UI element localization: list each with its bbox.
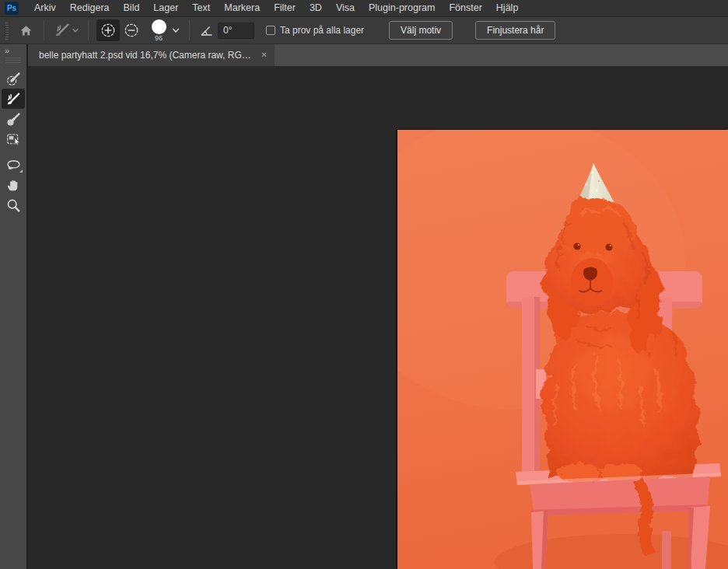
chevron-down-icon[interactable] <box>170 25 181 36</box>
tool-options-bar: 96 Ta prov på alla lager Välj motiv Finj… <box>0 17 728 44</box>
hand-tool[interactable] <box>2 175 25 195</box>
menu-hjalp[interactable]: Hjälp <box>489 0 526 16</box>
menu-filter[interactable]: Filter <box>267 0 303 16</box>
menu-lager[interactable]: Lager <box>146 0 185 16</box>
select-subject-button[interactable]: Välj motiv <box>389 21 453 40</box>
tools-panel: » <box>0 44 28 569</box>
zoom-tool[interactable] <box>2 195 25 215</box>
document-image-poodle-partyhat[interactable] <box>397 130 728 569</box>
menu-text[interactable]: Text <box>185 0 217 16</box>
menu-fonster[interactable]: Fönster <box>442 0 488 16</box>
sample-all-layers-checkbox[interactable] <box>266 26 275 35</box>
menu-visa[interactable]: Visa <box>329 0 362 16</box>
close-tab-icon[interactable]: ✕ <box>261 51 268 59</box>
menu-arkiv[interactable]: Arkiv <box>27 0 63 16</box>
menu-markera[interactable]: Markera <box>217 0 267 16</box>
brush-tool[interactable] <box>2 109 25 129</box>
menu-redigera[interactable]: Redigera <box>63 0 117 16</box>
photo-illustration <box>397 130 728 569</box>
brush-preset-picker[interactable] <box>54 22 80 39</box>
menu-3d[interactable]: 3D <box>303 0 329 16</box>
object-selection-tool[interactable] <box>2 129 25 149</box>
tools-panel-grip[interactable] <box>5 58 21 63</box>
refine-hair-button[interactable]: Finjustera hår <box>475 21 555 40</box>
brush-size-value: 96 <box>155 35 163 42</box>
menu-bar: Ps Arkiv Redigera Bild Lager Text Marker… <box>0 0 728 17</box>
document-tab[interactable]: belle partyhatt 2.psd vid 16,7% (Camera … <box>28 44 275 66</box>
collapse-panel-button[interactable]: » <box>0 44 9 55</box>
home-icon <box>19 23 33 38</box>
canvas-pasteboard[interactable] <box>28 66 728 569</box>
photoshop-window: Ps Arkiv Redigera Bild Lager Text Marker… <box>0 0 728 569</box>
brush-size-picker[interactable]: 96 <box>149 19 168 42</box>
separator <box>44 20 44 40</box>
document-tab-bar: belle partyhatt 2.psd vid 16,7% (Camera … <box>28 44 728 66</box>
refine-edge-brush-preset-icon <box>54 22 71 39</box>
document-tab-title: belle partyhatt 2.psd vid 16,7% (Camera … <box>39 50 254 61</box>
separator <box>189 20 190 40</box>
home-button[interactable] <box>16 23 36 38</box>
lasso-tool[interactable] <box>2 155 25 175</box>
refine-edge-brush-tool[interactable] <box>2 89 25 109</box>
sample-all-layers-option[interactable]: Ta prov på alla lager <box>266 25 364 36</box>
plus-brush-icon <box>100 22 117 39</box>
chevron-down-icon <box>71 26 80 35</box>
subtract-from-selection-button[interactable] <box>120 19 143 41</box>
brush-angle-input[interactable] <box>218 23 254 39</box>
quick-selection-tool[interactable] <box>2 68 25 89</box>
brush-tip-preview <box>152 19 166 34</box>
menu-bild[interactable]: Bild <box>117 0 147 16</box>
separator <box>88 20 89 40</box>
menu-plugin-program[interactable]: Plugin-program <box>362 0 442 16</box>
add-to-selection-button[interactable] <box>96 19 120 41</box>
options-bar-grip[interactable] <box>5 21 9 40</box>
sample-all-layers-label: Ta prov på alla lager <box>280 25 364 36</box>
angle-icon <box>199 23 214 38</box>
photoshop-logo-icon: Ps <box>5 2 19 15</box>
minus-brush-icon <box>123 22 140 39</box>
